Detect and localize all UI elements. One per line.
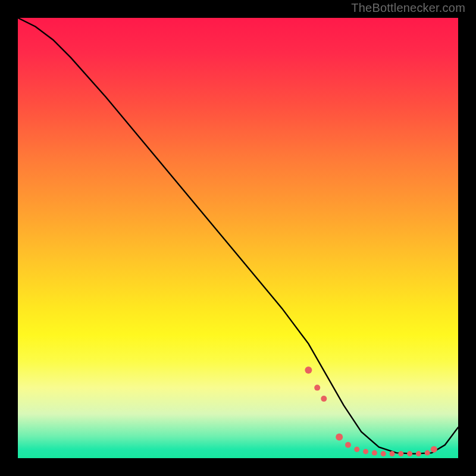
curve-marker — [398, 451, 403, 456]
curve-marker — [390, 451, 395, 456]
bottleneck-curve — [18, 18, 458, 454]
attribution-text: TheBottlenecker.com — [351, 1, 465, 15]
curve-marker — [425, 450, 430, 456]
chart-svg — [18, 18, 458, 458]
curve-marker — [345, 442, 351, 448]
chart-plot-area — [18, 18, 458, 458]
curve-marker — [354, 447, 359, 452]
curve-marker — [431, 446, 437, 453]
curve-marker — [416, 451, 421, 456]
curve-marker — [363, 449, 368, 454]
curve-marker — [372, 450, 377, 456]
curve-marker — [314, 385, 320, 391]
curve-marker — [305, 367, 312, 374]
curve-marker — [381, 451, 386, 456]
curve-marker — [407, 451, 412, 456]
curve-markers — [305, 367, 437, 456]
curve-marker — [336, 434, 343, 441]
curve-marker — [321, 396, 327, 402]
